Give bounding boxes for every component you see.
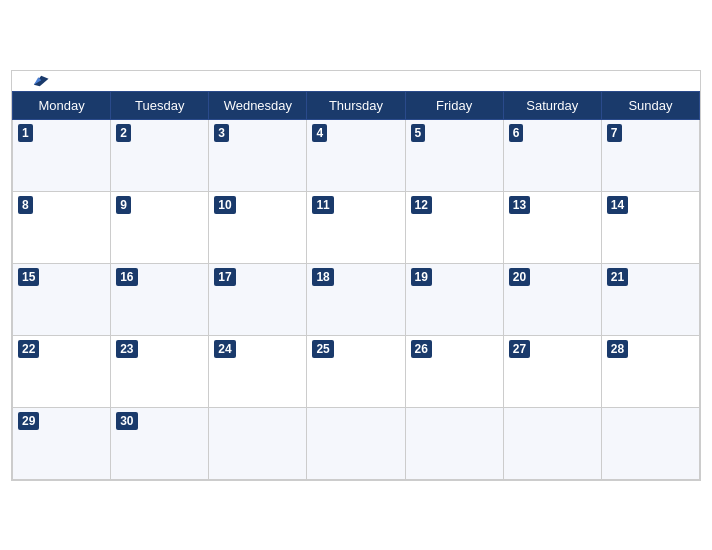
weekday-tuesday: Tuesday bbox=[111, 91, 209, 119]
day-number: 17 bbox=[214, 268, 235, 287]
calendar-cell: 13 bbox=[503, 191, 601, 263]
day-number: 25 bbox=[312, 340, 333, 359]
calendar-week-4: 22232425262728 bbox=[13, 335, 700, 407]
day-number: 2 bbox=[116, 124, 131, 143]
calendar-cell: 30 bbox=[111, 407, 209, 479]
day-number: 9 bbox=[116, 196, 131, 215]
calendar-week-1: 1234567 bbox=[13, 119, 700, 191]
day-number: 7 bbox=[607, 124, 622, 143]
day-number: 1 bbox=[18, 124, 33, 143]
calendar-cell: 22 bbox=[13, 335, 111, 407]
calendar-cell: 4 bbox=[307, 119, 405, 191]
calendar-cell: 28 bbox=[601, 335, 699, 407]
day-number: 28 bbox=[607, 340, 628, 359]
calendar-cell: 29 bbox=[13, 407, 111, 479]
calendar-cell: 19 bbox=[405, 263, 503, 335]
calendar-cell: 14 bbox=[601, 191, 699, 263]
calendar-cell: 27 bbox=[503, 335, 601, 407]
weekday-friday: Friday bbox=[405, 91, 503, 119]
calendar-cell bbox=[503, 407, 601, 479]
calendar-table: MondayTuesdayWednesdayThursdayFridaySatu… bbox=[12, 91, 700, 480]
calendar-cell: 21 bbox=[601, 263, 699, 335]
calendar-week-5: 2930 bbox=[13, 407, 700, 479]
weekday-header-row: MondayTuesdayWednesdayThursdayFridaySatu… bbox=[13, 91, 700, 119]
calendar-cell: 8 bbox=[13, 191, 111, 263]
calendar-cell bbox=[209, 407, 307, 479]
calendar-cell: 9 bbox=[111, 191, 209, 263]
day-number: 21 bbox=[607, 268, 628, 287]
calendar-cell: 15 bbox=[13, 263, 111, 335]
weekday-wednesday: Wednesday bbox=[209, 91, 307, 119]
weekday-thursday: Thursday bbox=[307, 91, 405, 119]
day-number: 11 bbox=[312, 196, 333, 215]
weekday-saturday: Saturday bbox=[503, 91, 601, 119]
calendar-cell: 6 bbox=[503, 119, 601, 191]
day-number: 18 bbox=[312, 268, 333, 287]
calendar-cell bbox=[405, 407, 503, 479]
calendar-cell: 23 bbox=[111, 335, 209, 407]
calendar-cell: 17 bbox=[209, 263, 307, 335]
calendar-week-3: 15161718192021 bbox=[13, 263, 700, 335]
day-number: 30 bbox=[116, 412, 137, 431]
day-number: 5 bbox=[411, 124, 426, 143]
day-number: 12 bbox=[411, 196, 432, 215]
calendar-cell: 1 bbox=[13, 119, 111, 191]
day-number: 6 bbox=[509, 124, 524, 143]
logo bbox=[28, 70, 54, 92]
day-number: 24 bbox=[214, 340, 235, 359]
calendar-cell: 26 bbox=[405, 335, 503, 407]
day-number: 15 bbox=[18, 268, 39, 287]
day-number: 16 bbox=[116, 268, 137, 287]
day-number: 8 bbox=[18, 196, 33, 215]
calendar-cell: 24 bbox=[209, 335, 307, 407]
calendar-cell bbox=[307, 407, 405, 479]
calendar-cell: 5 bbox=[405, 119, 503, 191]
calendar-week-2: 891011121314 bbox=[13, 191, 700, 263]
calendar-cell: 25 bbox=[307, 335, 405, 407]
day-number: 10 bbox=[214, 196, 235, 215]
calendar-cell: 7 bbox=[601, 119, 699, 191]
day-number: 3 bbox=[214, 124, 229, 143]
calendar-cell: 11 bbox=[307, 191, 405, 263]
calendar-cell: 20 bbox=[503, 263, 601, 335]
day-number: 29 bbox=[18, 412, 39, 431]
day-number: 20 bbox=[509, 268, 530, 287]
day-number: 13 bbox=[509, 196, 530, 215]
calendar-cell: 10 bbox=[209, 191, 307, 263]
calendar-cell: 16 bbox=[111, 263, 209, 335]
day-number: 14 bbox=[607, 196, 628, 215]
day-number: 27 bbox=[509, 340, 530, 359]
weekday-monday: Monday bbox=[13, 91, 111, 119]
calendar-header bbox=[12, 71, 700, 91]
calendar-cell: 2 bbox=[111, 119, 209, 191]
day-number: 4 bbox=[312, 124, 327, 143]
day-number: 26 bbox=[411, 340, 432, 359]
day-number: 22 bbox=[18, 340, 39, 359]
day-number: 19 bbox=[411, 268, 432, 287]
weekday-sunday: Sunday bbox=[601, 91, 699, 119]
calendar-cell: 18 bbox=[307, 263, 405, 335]
logo-icon bbox=[28, 70, 50, 92]
calendar-cell: 12 bbox=[405, 191, 503, 263]
day-number: 23 bbox=[116, 340, 137, 359]
calendar: MondayTuesdayWednesdayThursdayFridaySatu… bbox=[11, 70, 701, 481]
calendar-cell: 3 bbox=[209, 119, 307, 191]
calendar-cell bbox=[601, 407, 699, 479]
